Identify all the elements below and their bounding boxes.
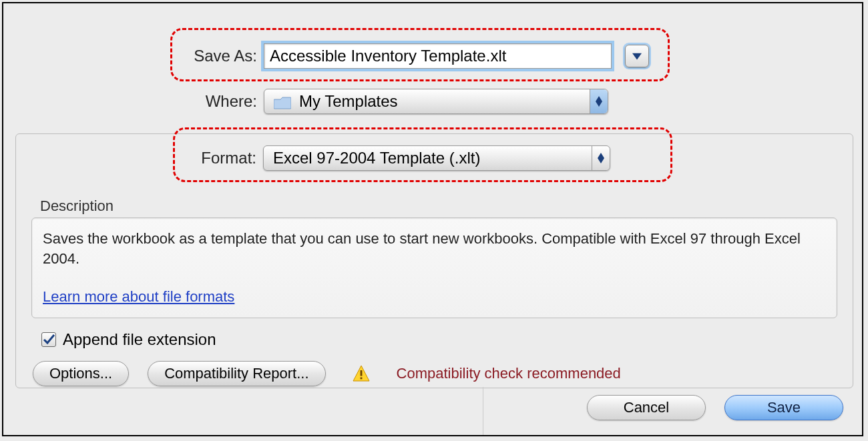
append-extension-row: Append file extension	[41, 330, 853, 349]
options-row: Options... Compatibility Report... Compa…	[33, 361, 853, 386]
learn-more-link[interactable]: Learn more about file formats	[43, 288, 234, 306]
format-stepper[interactable]	[592, 146, 610, 170]
save-as-row: Save As:	[3, 43, 862, 69]
chevron-down-icon	[598, 158, 604, 163]
description-heading: Description	[40, 197, 853, 215]
svg-rect-7	[360, 378, 362, 380]
where-row: Where: My Templates	[3, 89, 862, 114]
svg-marker-2	[596, 101, 602, 107]
save-as-label: Save As:	[3, 47, 257, 65]
dialog-footer: Cancel Save	[587, 395, 843, 420]
svg-marker-3	[598, 153, 604, 158]
compatibility-warning-text: Compatibility check recommended	[397, 365, 621, 382]
format-section: Format: Excel 97-2004 Template (.xlt) De…	[15, 133, 853, 388]
format-value: Excel 97-2004 Template (.xlt)	[273, 149, 480, 167]
append-extension-checkbox[interactable]	[41, 332, 56, 347]
chevron-up-icon	[598, 153, 604, 158]
where-value: My Templates	[299, 92, 398, 111]
save-dialog: Save As: Where: My Templates Format	[2, 2, 863, 436]
save-as-input[interactable]	[264, 43, 612, 69]
where-stepper[interactable]	[590, 89, 608, 113]
save-button[interactable]: Save	[724, 395, 843, 420]
chevron-down-icon	[632, 51, 642, 61]
svg-marker-4	[598, 158, 604, 163]
compatibility-report-button[interactable]: Compatibility Report...	[148, 361, 325, 386]
chevron-down-icon	[596, 101, 602, 107]
where-popup[interactable]: My Templates	[264, 89, 608, 114]
where-label: Where:	[3, 92, 257, 111]
warning-icon	[353, 365, 370, 382]
options-button[interactable]: Options...	[33, 361, 129, 386]
chevron-up-icon	[596, 96, 602, 101]
svg-marker-0	[632, 53, 642, 60]
description-box: Saves the workbook as a template that yo…	[31, 217, 837, 318]
cancel-button[interactable]: Cancel	[587, 395, 706, 420]
svg-marker-1	[596, 96, 602, 101]
append-extension-label: Append file extension	[63, 330, 216, 349]
checkmark-icon	[43, 334, 55, 346]
description-text: Saves the workbook as a template that yo…	[43, 229, 826, 268]
folder-icon	[274, 95, 291, 108]
format-row: Format: Excel 97-2004 Template (.xlt)	[16, 145, 853, 171]
format-label: Format:	[16, 149, 256, 167]
svg-rect-6	[360, 370, 362, 376]
disclosure-button[interactable]	[625, 45, 649, 67]
vertical-separator	[483, 387, 483, 435]
format-popup[interactable]: Excel 97-2004 Template (.xlt)	[263, 145, 610, 171]
